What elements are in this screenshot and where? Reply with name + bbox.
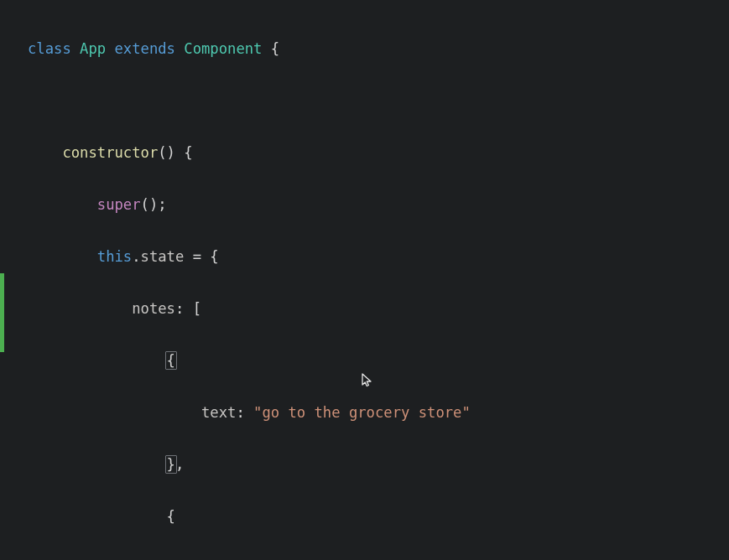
code-line[interactable]: notes: [	[28, 296, 729, 322]
code-line[interactable]: constructor() {	[28, 140, 729, 166]
tok-class-app: App	[80, 40, 106, 57]
code-line[interactable]	[28, 88, 729, 114]
tok-this: this	[97, 248, 132, 265]
tok-paren: (	[158, 144, 166, 161]
code-line[interactable]: text: 'read medium article about enginee…	[28, 556, 729, 560]
tok-keyword-extends: extends	[115, 40, 175, 57]
tok-bracket: [	[193, 300, 201, 317]
tok-keyword-class: class	[28, 40, 71, 57]
code-line[interactable]: },	[28, 452, 729, 478]
tok-brace: {	[184, 144, 192, 161]
tok-super: super	[97, 196, 141, 213]
tok-brace: {	[271, 40, 279, 57]
tok-brace: {	[210, 248, 218, 265]
tok-call: ();	[141, 196, 167, 213]
tok-brace: {	[167, 508, 175, 525]
tok-string: "go to the grocery store"	[253, 404, 471, 421]
tok-state: state	[141, 248, 185, 265]
code-line[interactable]: text: "go to the grocery store"	[28, 400, 729, 426]
code-line[interactable]: class App extends Component {	[28, 36, 729, 62]
tok-brace-matched: {	[165, 351, 177, 370]
code-line[interactable]: super();	[28, 192, 729, 218]
tok-eq: =	[184, 248, 210, 265]
code-line[interactable]: this.state = {	[28, 244, 729, 270]
tok-dot: .	[132, 248, 140, 265]
tok-class-component: Component	[184, 40, 262, 57]
tok-paren: )	[167, 144, 175, 161]
tok-text-key: text	[201, 404, 236, 421]
code-editor[interactable]: class App extends Component { constructo…	[0, 0, 729, 560]
tok-colon: :	[175, 300, 193, 317]
tok-constructor: constructor	[62, 144, 158, 161]
tok-notes: notes	[132, 300, 175, 317]
code-line[interactable]: {	[28, 348, 729, 374]
code-line[interactable]: {	[28, 504, 729, 530]
tok-colon: :	[236, 404, 253, 421]
tok-comma: ,	[175, 456, 184, 473]
